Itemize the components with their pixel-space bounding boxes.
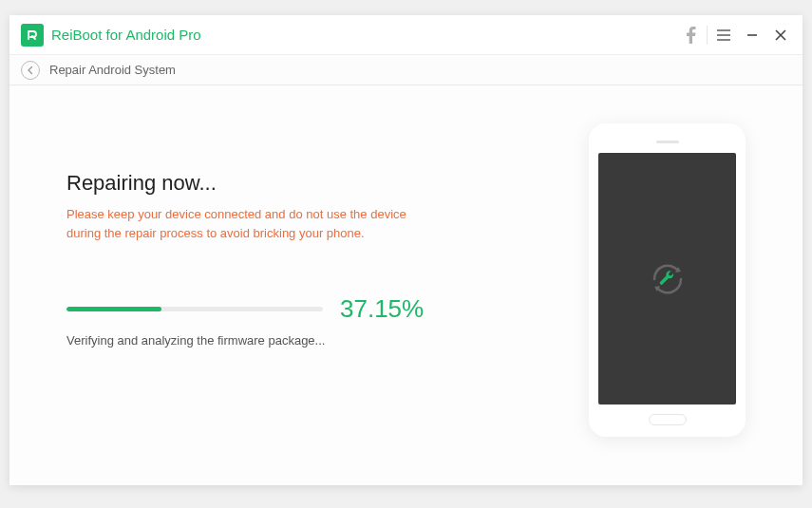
facebook-icon[interactable] [676,21,705,49]
warning-text: Please keep your device connected and do… [66,205,427,242]
back-button[interactable] [21,61,40,80]
app-title: ReiBoot for Android Pro [51,27,201,43]
progress-bar [66,307,323,311]
wrench-refresh-icon [647,258,689,300]
progress-fill [66,307,161,311]
phone-home-button [649,414,687,425]
phone-screen [598,153,736,405]
breadcrumb-title: Repair Android System [49,63,176,77]
progress-status-text: Verifying and analyzing the firmware pac… [66,333,541,348]
phone-speaker [656,141,679,143]
subheader: Repair Android System [9,55,803,85]
titlebar: ReiBoot for Android Pro [9,15,803,55]
separator [707,26,708,45]
progress-percent-label: 37.15% [340,294,424,324]
app-logo-icon [21,24,44,47]
minimize-button[interactable] [738,21,766,49]
phone-illustration [589,123,746,437]
progress-pane: Repairing now... Please keep your device… [66,123,570,457]
menu-icon[interactable] [709,21,738,49]
main-content: Repairing now... Please keep your device… [9,85,803,485]
app-window: ReiBoot for Android Pro [9,15,803,485]
page-heading: Repairing now... [66,171,541,196]
progress-row: 37.15% [66,294,541,324]
close-button[interactable] [766,21,795,49]
